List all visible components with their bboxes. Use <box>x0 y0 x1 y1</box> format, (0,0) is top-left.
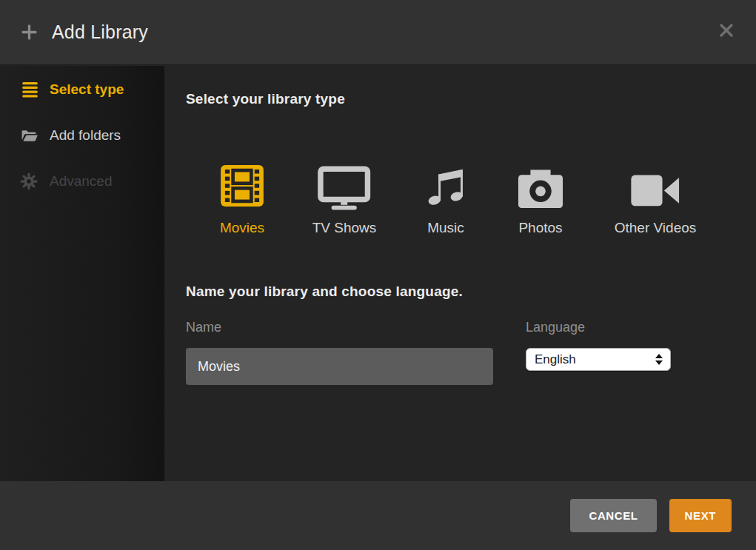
camera-icon <box>515 157 566 210</box>
sidebar-item-select-type[interactable]: Select type <box>0 67 164 113</box>
sidebar-item-add-folders[interactable]: Add folders <box>0 113 164 158</box>
library-type-heading: Select your library type <box>186 91 345 107</box>
type-option-photos[interactable]: Photos <box>515 157 566 236</box>
type-option-other-videos[interactable]: Other Videos <box>615 157 697 236</box>
name-field-label: Name <box>186 320 221 335</box>
close-icon[interactable] <box>716 20 737 41</box>
cancel-button[interactable]: CANCEL <box>570 499 656 532</box>
type-option-tv-shows[interactable]: TV Shows <box>312 157 377 236</box>
sidebar-item-label: Advanced <box>50 173 113 190</box>
folder-open-icon <box>19 127 43 145</box>
type-option-label: Other Videos <box>615 220 697 236</box>
dialog-content: Select your library type <box>164 66 756 481</box>
type-option-label: Photos <box>518 220 562 236</box>
gear-icon <box>19 172 43 191</box>
dialog-title: Add Library <box>52 21 148 43</box>
add-library-dialog: Add Library <box>0 0 756 550</box>
dialog-footer: CANCEL NEXT <box>0 481 756 550</box>
video-camera-icon <box>629 157 681 210</box>
type-option-label: Music <box>427 220 464 236</box>
dialog-sidebar: Select type Add folders <box>0 66 164 481</box>
library-type-options: Movies TV Shows <box>164 157 756 275</box>
plus-icon <box>20 23 39 41</box>
library-name-input[interactable] <box>186 348 493 385</box>
dialog-header: Add Library <box>0 0 756 65</box>
sidebar-item-label: Select type <box>50 81 124 98</box>
next-button[interactable]: NEXT <box>669 499 732 532</box>
language-selected-value: English <box>535 352 655 367</box>
list-lines-icon <box>19 80 43 99</box>
type-option-music[interactable]: Music <box>422 157 469 236</box>
language-field-label: Language <box>526 320 585 335</box>
sidebar-item-label: Add folders <box>50 127 121 144</box>
type-option-movies[interactable]: Movies <box>218 157 267 236</box>
music-note-icon <box>422 157 469 210</box>
up-down-arrows-icon <box>655 354 664 365</box>
name-section-heading: Name your library and choose language. <box>186 284 463 300</box>
sidebar-item-advanced: Advanced <box>0 158 164 204</box>
tv-monitor-icon <box>318 157 371 210</box>
type-option-label: Movies <box>220 220 264 236</box>
language-select[interactable]: English <box>526 348 671 371</box>
film-strip-icon <box>218 157 267 210</box>
type-option-label: TV Shows <box>312 220 377 236</box>
